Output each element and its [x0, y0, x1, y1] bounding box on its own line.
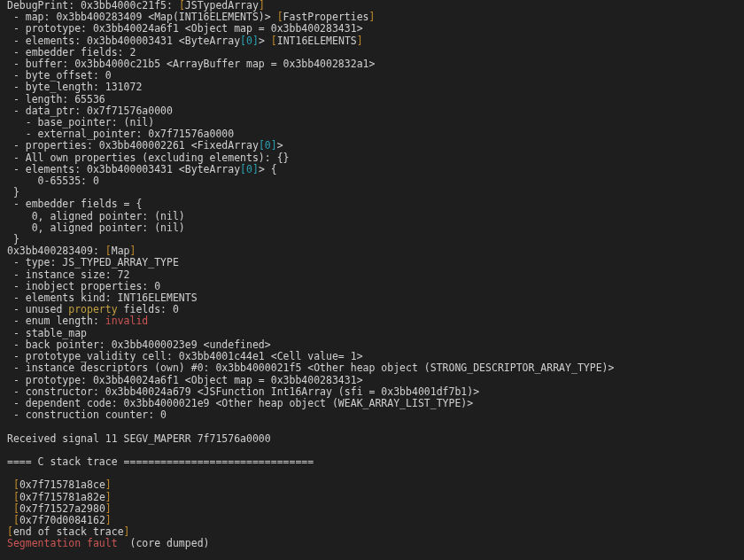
terminal-text-colored: ]	[252, 163, 259, 175]
terminal-text-colored: ]	[105, 491, 112, 503]
terminal-text-colored: ]	[252, 35, 259, 47]
terminal-text-colored: [	[271, 35, 277, 47]
terminal-text-colored: [	[259, 139, 265, 152]
terminal-text-colored: ]	[357, 35, 363, 47]
terminal-text-colored: ]	[105, 514, 112, 526]
terminal-text-colored: [	[13, 491, 19, 503]
terminal-text-colored: 0	[265, 139, 271, 152]
terminal-text-colored: [	[179, 0, 185, 12]
terminal-text-colored: [	[240, 163, 246, 175]
terminal-output: DebugPrint: 0x3bb4000c21f5: [JSTypedArra…	[0, 0, 744, 552]
terminal-text-colored: ]	[259, 0, 265, 12]
terminal-text-colored: 0	[246, 163, 252, 175]
terminal-text-colored: property	[68, 303, 117, 315]
terminal-text-colored: [	[105, 245, 112, 257]
terminal-text-colored: 0	[246, 35, 252, 47]
terminal-text-colored: [	[13, 514, 19, 526]
terminal-text-colored: ]	[105, 502, 112, 515]
terminal-text-colored: [	[277, 11, 283, 23]
terminal-text-colored: [	[13, 478, 19, 491]
terminal-text-colored: ]	[105, 478, 112, 491]
terminal-text-colored: ]	[124, 525, 130, 538]
terminal-text-colored: ]	[130, 245, 136, 257]
terminal-text-colored: ]	[369, 11, 376, 23]
terminal-text-colored: [	[240, 35, 246, 47]
terminal-text-colored: Segmentation fault	[7, 537, 118, 549]
terminal-text-colored: ]	[271, 139, 277, 152]
terminal-text-colored: [	[13, 502, 19, 515]
terminal-text-colored: [	[7, 525, 13, 538]
terminal-text-colored: invalid	[105, 315, 148, 327]
